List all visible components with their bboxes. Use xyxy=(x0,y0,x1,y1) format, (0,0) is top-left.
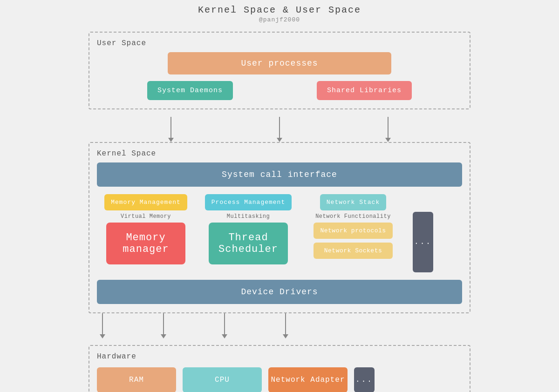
syscall-bar: System call interface xyxy=(97,162,462,187)
user-processes-row: User processes xyxy=(97,52,462,74)
process-management-box: Process Management xyxy=(205,194,292,210)
arrow-1 xyxy=(168,117,174,142)
arrow-head-3 xyxy=(385,138,391,142)
network-adapter-box: Network Adapter xyxy=(268,367,348,392)
col-memory: Memory Management Virtual Memory Memorym… xyxy=(97,194,195,264)
arrow-line-3 xyxy=(388,117,389,138)
main-title: Kernel Space & User Space xyxy=(198,5,361,15)
hardware-section: Hardware RAM CPU Network Adapter ... xyxy=(89,345,470,392)
hw-arrow-2 xyxy=(161,313,166,338)
arrow-line-2 xyxy=(279,117,280,138)
col-network: Network Stack Network Functionality Netw… xyxy=(302,194,404,259)
network-sockets-box: Network Sockets xyxy=(314,243,393,259)
outer-container: User Space User processes System Daemons… xyxy=(89,32,470,392)
system-daemons-box: System Daemons xyxy=(147,81,233,100)
user-processes-box: User processes xyxy=(168,52,391,74)
shared-libraries-box: Shared Libraries xyxy=(317,81,412,100)
hw-arrow-line-2 xyxy=(163,313,164,334)
network-functionality-label: Network Functionality xyxy=(315,213,391,220)
hw-arrow-line-3 xyxy=(224,313,225,334)
arrow-line-1 xyxy=(170,117,171,138)
diagram-wrapper: Kernel Space & User Space @panjf2000 Use… xyxy=(0,0,559,392)
subtitle: @panjf2000 xyxy=(259,16,300,23)
arrow-3 xyxy=(385,117,391,142)
col-process: Process Management Multitasking ThreadSc… xyxy=(199,194,297,264)
hw-arrow-line-1 xyxy=(102,313,103,334)
hw-arrow-4 xyxy=(283,313,288,338)
cpu-box: CPU xyxy=(183,367,262,392)
hw-arrow-head-2 xyxy=(161,334,166,338)
hw-arrow-line-4 xyxy=(285,313,286,334)
arrow-head-2 xyxy=(277,138,282,142)
network-protocols-box: Network protocols xyxy=(314,223,393,239)
arrow-2 xyxy=(277,117,282,142)
hw-arrow-head-3 xyxy=(222,334,227,338)
user-second-row: System Daemons Shared Libraries xyxy=(97,81,462,100)
kernel-space-label: Kernel Space xyxy=(97,149,462,158)
more-hw-box: ... xyxy=(354,367,375,392)
arrow-head-1 xyxy=(168,138,174,142)
user-space-section: User Space User processes System Daemons… xyxy=(89,32,470,109)
hardware-label: Hardware xyxy=(97,352,462,361)
hw-arrow-head-4 xyxy=(283,334,288,338)
virtual-memory-label: Virtual Memory xyxy=(121,213,171,220)
more-kernel-box: ... xyxy=(413,212,433,272)
multitasking-label: Multitasking xyxy=(227,213,270,220)
user-to-kernel-arrows xyxy=(89,117,470,142)
device-drivers-bar: Device Drivers xyxy=(97,280,462,304)
hw-arrow-3 xyxy=(222,313,227,338)
memory-management-box: Memory Management xyxy=(104,194,187,210)
ram-box: RAM xyxy=(97,367,176,392)
memory-manager-box: Memorymanager xyxy=(106,223,185,264)
kernel-mid-row: Memory Management Virtual Memory Memorym… xyxy=(97,194,462,272)
thread-scheduler-box: ThreadScheduler xyxy=(209,223,288,264)
hardware-row: RAM CPU Network Adapter ... xyxy=(97,367,462,392)
col-more-kernel: ... xyxy=(409,194,437,272)
network-stack-box: Network Stack xyxy=(320,194,386,210)
hw-arrow-1 xyxy=(100,313,105,338)
kernel-space-section: Kernel Space System call interface Memor… xyxy=(89,142,470,313)
kernel-to-hw-arrows xyxy=(89,313,470,338)
hw-arrow-head-1 xyxy=(100,334,105,338)
user-space-label: User Space xyxy=(97,39,462,47)
